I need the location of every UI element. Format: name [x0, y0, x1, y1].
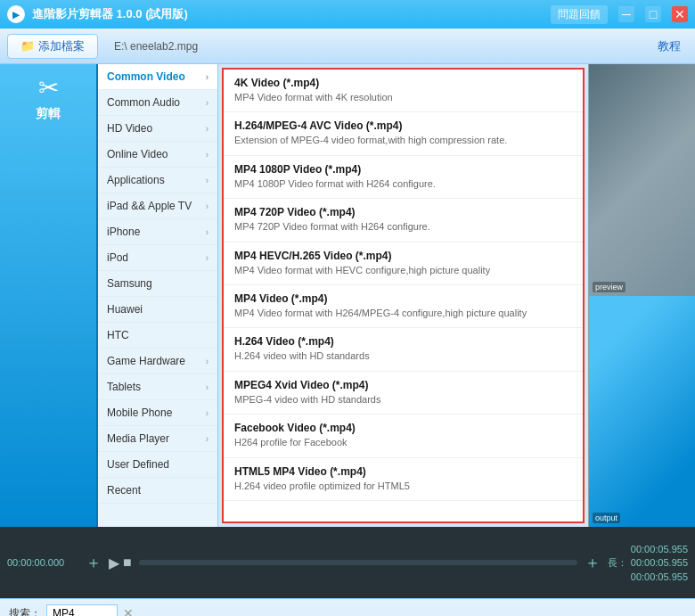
category-label: Media Player: [107, 432, 169, 445]
format-title: MPEG4 Xvid Video (*.mp4): [234, 379, 572, 391]
category-arrow: ›: [206, 434, 208, 444]
preview-bottom: output: [589, 296, 695, 528]
category-item-11[interactable]: Game Hardware›: [98, 349, 217, 374]
add-file-button[interactable]: 📁 添加檔案: [7, 34, 98, 59]
format-item-8[interactable]: Facebook Video (*.mp4)H264 profile for F…: [224, 415, 583, 457]
play-controls: ▶ ■: [109, 554, 132, 571]
app-icon: ▶: [7, 5, 25, 23]
category-label: Mobile Phone: [107, 407, 172, 419]
search-row: 搜索： ✕: [9, 604, 686, 616]
format-desc: H.264 video with HD standards: [234, 349, 572, 363]
category-label: Applications: [107, 174, 165, 186]
feedback-button[interactable]: 問題回饋: [551, 5, 608, 24]
category-label: Common Audio: [107, 96, 180, 109]
format-item-1[interactable]: H.264/MPEG-4 AVC Video (*.mp4)Extension …: [224, 112, 583, 155]
category-label: iPad && Apple TV: [107, 200, 192, 212]
category-arrow: ›: [206, 124, 208, 134]
app-title: 進階影片剪輯器 1.0.0 (試用版): [32, 6, 188, 22]
format-desc: MP4 Video format with H264/MPEG-4 config…: [234, 307, 572, 320]
format-title: Facebook Video (*.mp4): [234, 422, 572, 434]
category-item-2[interactable]: HD Video›: [98, 116, 217, 142]
category-item-15[interactable]: User Defined: [98, 452, 217, 478]
bottom-bar: 搜索： ✕ 匯出格式： 保留源視頻格式(*.mpg) ▲ 匯出設定 開始 匯出位…: [0, 598, 695, 616]
format-item-0[interactable]: 4K Video (*.mp4)MP4 Video format with 4K…: [224, 70, 583, 112]
format-desc: Extension of MPEG-4 video format,with hi…: [234, 134, 572, 147]
category-label: User Defined: [107, 458, 169, 471]
format-item-7[interactable]: MPEG4 Xvid Video (*.mp4)MPEG-4 video wit…: [224, 372, 583, 415]
category-item-13[interactable]: Mobile Phone›: [98, 400, 217, 426]
category-arrow: ›: [206, 98, 208, 108]
category-item-16[interactable]: Recent: [98, 478, 217, 504]
category-arrow: ›: [206, 408, 208, 418]
category-item-7[interactable]: iPod›: [98, 245, 217, 271]
category-arrow: ›: [206, 253, 208, 263]
category-arrow: ›: [206, 227, 208, 237]
duration-label: 長：: [608, 556, 627, 570]
category-arrow: ›: [206, 201, 208, 211]
editor-panel: ✂ 剪輯: [0, 64, 98, 527]
category-item-14[interactable]: Media Player›: [98, 426, 217, 452]
format-desc: MP4 720P Video format with H264 configur…: [234, 220, 572, 234]
category-label: Common Video: [107, 70, 185, 83]
timeline-area: 00:00:00.000 ＋ ▶ ■ ＋ 00:00:05.955 長： 00:…: [0, 527, 695, 598]
preview-bottom-label: output: [593, 513, 620, 523]
category-label: HD Video: [107, 122, 152, 135]
category-item-6[interactable]: iPhone›: [98, 219, 217, 245]
add-clip-right-button[interactable]: ＋: [585, 552, 601, 573]
search-input[interactable]: [46, 604, 118, 616]
edit-icon: ✂: [38, 73, 59, 103]
minimize-button[interactable]: ─: [618, 6, 634, 22]
format-item-4[interactable]: MP4 HEVC/H.265 Video (*.mp4)MP4 Video fo…: [224, 242, 583, 285]
format-title: MP4 720P Video (*.mp4): [234, 206, 572, 218]
maximize-button[interactable]: □: [645, 6, 661, 22]
category-label: Game Hardware: [107, 355, 185, 367]
add-clip-button[interactable]: ＋: [86, 552, 102, 573]
format-item-6[interactable]: H.264 Video (*.mp4)H.264 video with HD s…: [224, 328, 583, 371]
duration-value: 00:00:05.955: [631, 557, 688, 568]
category-item-0[interactable]: Common Video›: [98, 64, 217, 90]
category-label: Samsung: [107, 277, 152, 290]
time-code: 00:00:05.955: [631, 571, 688, 582]
category-item-1[interactable]: Common Audio›: [98, 90, 217, 116]
category-item-10[interactable]: HTC: [98, 323, 217, 349]
format-title: MP4 HEVC/H.265 Video (*.mp4): [234, 250, 572, 262]
stop-button[interactable]: ■: [123, 554, 132, 571]
tutorial-button[interactable]: 教程: [658, 38, 681, 54]
category-item-12[interactable]: Tablets›: [98, 374, 217, 400]
toolbar: 📁 添加檔案 E:\ eneelab2.mpg 教程: [0, 29, 695, 64]
category-item-4[interactable]: Applications›: [98, 168, 217, 193]
preview-top-label: preview: [593, 282, 626, 292]
title-bar-right: 問題回饋 ─ □ ✕: [551, 5, 688, 24]
edit-label[interactable]: 剪輯: [36, 106, 61, 122]
title-bar-left: ▶ 進階影片剪輯器 1.0.0 (試用版): [7, 5, 188, 23]
format-title: H.264 Video (*.mp4): [234, 335, 572, 348]
close-button[interactable]: ✕: [672, 6, 688, 22]
format-title: HTML5 MP4 Video (*.mp4): [234, 465, 572, 478]
category-item-8[interactable]: Samsung: [98, 271, 217, 297]
format-item-2[interactable]: MP4 1080P Video (*.mp4)MP4 1080P Video f…: [224, 156, 583, 199]
timeline-bar[interactable]: [139, 560, 577, 565]
format-item-9[interactable]: HTML5 MP4 Video (*.mp4)H.264 video profi…: [224, 458, 583, 501]
search-clear-button[interactable]: ✕: [123, 606, 134, 616]
time-start: 00:00:00.000: [7, 557, 78, 568]
preview-top: preview: [589, 64, 695, 296]
category-arrow: ›: [206, 176, 208, 185]
category-item-3[interactable]: Online Video›: [98, 142, 217, 168]
preview-area: preview output: [588, 64, 695, 527]
format-title: MP4 1080P Video (*.mp4): [234, 163, 572, 176]
format-item-5[interactable]: MP4 Video (*.mp4)MP4 Video format with H…: [224, 285, 583, 328]
category-item-5[interactable]: iPad && Apple TV›: [98, 193, 217, 219]
format-panel: 4K Video (*.mp4)MP4 Video format with 4K…: [222, 68, 585, 523]
format-item-3[interactable]: MP4 720P Video (*.mp4)MP4 720P Video for…: [224, 199, 583, 242]
category-label: Tablets: [107, 381, 141, 393]
category-label: Huawei: [107, 303, 143, 316]
play-button[interactable]: ▶: [109, 554, 119, 571]
format-desc: H264 profile for Facebook: [234, 436, 572, 449]
category-arrow: ›: [206, 357, 208, 366]
title-bar: ▶ 進階影片剪輯器 1.0.0 (試用版) 問題回饋 ─ □ ✕: [0, 0, 695, 29]
format-title: H.264/MPEG-4 AVC Video (*.mp4): [234, 119, 572, 132]
category-item-9[interactable]: Huawei: [98, 297, 217, 323]
format-desc: MP4 1080P Video format with H264 configu…: [234, 177, 572, 191]
format-desc: MP4 Video format with 4K resolution: [234, 91, 572, 104]
format-desc: MPEG-4 video with HD standards: [234, 393, 572, 407]
